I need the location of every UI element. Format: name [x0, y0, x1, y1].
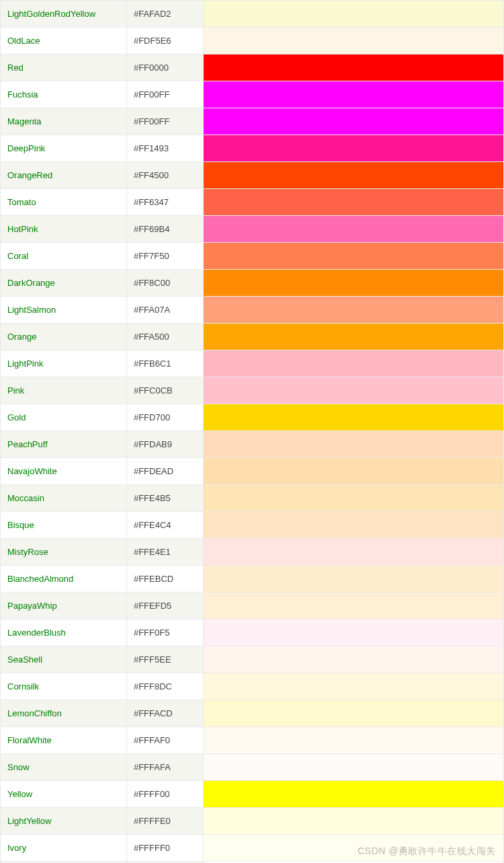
table-row: Moccasin#FFE4B5: [1, 485, 504, 512]
color-name: Red: [1, 54, 127, 81]
color-name: PapayaWhip: [1, 593, 127, 620]
color-swatch: [203, 270, 503, 297]
color-name: Ivory: [1, 835, 127, 862]
color-swatch: [203, 377, 503, 404]
color-name: LavenderBlush: [1, 620, 127, 646]
table-row: Cornsilk#FFF8DC: [1, 673, 504, 700]
color-name: MistyRose: [1, 539, 127, 566]
table-row: DarkOrange#FF8C00: [1, 270, 504, 297]
color-hex: #FFA07A: [126, 297, 203, 324]
color-hex: #FFFAFA: [126, 754, 203, 781]
color-name: NavajoWhite: [1, 458, 127, 485]
table-row: LightYellow#FFFFE0: [1, 808, 504, 835]
color-hex: #FFE4C4: [126, 512, 203, 539]
color-swatch: [203, 512, 503, 539]
table-row: Orange#FFA500: [1, 324, 504, 350]
color-swatch: [203, 700, 503, 727]
color-swatch: [203, 808, 503, 835]
table-row: HotPink#FF69B4: [1, 216, 504, 243]
table-row: Ivory#FFFFF0: [1, 835, 504, 862]
color-name: LightPink: [1, 350, 127, 377]
color-hex: #FF7F50: [126, 243, 203, 270]
table-row: SeaShell#FFF5EE: [1, 646, 504, 673]
color-swatch: [203, 81, 503, 108]
color-name: DarkOrange: [1, 270, 127, 297]
color-swatch: [203, 28, 503, 54]
table-row: Pink#FFC0CB: [1, 377, 504, 404]
color-swatch: [203, 54, 503, 81]
color-name: Snow: [1, 754, 127, 781]
color-name: Yellow: [1, 781, 127, 808]
color-hex: #FFDAB9: [126, 431, 203, 458]
table-row: LemonChiffon#FFFACD: [1, 700, 504, 727]
color-hex: #FFFFF0: [126, 835, 203, 862]
color-swatch: [203, 108, 503, 135]
table-row: Fuchsia#FF00FF: [1, 81, 504, 108]
color-swatch: [203, 727, 503, 754]
table-row: PeachPuff#FFDAB9: [1, 431, 504, 458]
color-swatch: [203, 1, 503, 28]
color-hex: #FFE4E1: [126, 539, 203, 566]
table-row: Gold#FFD700: [1, 404, 504, 431]
color-name: Magenta: [1, 108, 127, 135]
table-row: Red#FF0000: [1, 54, 504, 81]
color-name: OrangeRed: [1, 162, 127, 189]
color-hex: #FFDEAD: [126, 458, 203, 485]
color-swatch: [203, 754, 503, 781]
color-name: PeachPuff: [1, 431, 127, 458]
color-hex: #FF4500: [126, 162, 203, 189]
table-row: NavajoWhite#FFDEAD: [1, 458, 504, 485]
color-hex: #FAFAD2: [126, 1, 203, 28]
table-row: LightPink#FFB6C1: [1, 350, 504, 377]
color-name: SeaShell: [1, 646, 127, 673]
color-swatch: [203, 243, 503, 270]
table-row: MistyRose#FFE4E1: [1, 539, 504, 566]
color-hex: #FF0000: [126, 54, 203, 81]
color-swatch: [203, 593, 503, 620]
color-name: HotPink: [1, 216, 127, 243]
color-swatch: [203, 324, 503, 350]
table-row: Coral#FF7F50: [1, 243, 504, 270]
color-hex: #FFFF00: [126, 781, 203, 808]
color-name: Tomato: [1, 189, 127, 216]
color-table: LightGoldenRodYellow#FAFAD2OldLace#FDF5E…: [0, 0, 504, 863]
color-hex: #FF69B4: [126, 216, 203, 243]
color-hex: #FF6347: [126, 189, 203, 216]
color-name: LightYellow: [1, 808, 127, 835]
color-hex: #FFFFE0: [126, 808, 203, 835]
table-row: BlanchedAlmond#FFEBCD: [1, 566, 504, 593]
color-hex: #FF8C00: [126, 270, 203, 297]
color-hex: #FFFACD: [126, 700, 203, 727]
table-row: OldLace#FDF5E6: [1, 28, 504, 54]
color-swatch: [203, 835, 503, 862]
color-swatch: [203, 673, 503, 700]
color-hex: #FFF5EE: [126, 646, 203, 673]
table-row: DeepPink#FF1493: [1, 135, 504, 162]
table-row: PapayaWhip#FFEFD5: [1, 593, 504, 620]
color-swatch: [203, 431, 503, 458]
table-row: Tomato#FF6347: [1, 189, 504, 216]
color-swatch: [203, 458, 503, 485]
color-swatch: [203, 620, 503, 646]
color-swatch: [203, 539, 503, 566]
color-hex: #FFFAF0: [126, 727, 203, 754]
table-row: FloralWhite#FFFAF0: [1, 727, 504, 754]
color-swatch: [203, 404, 503, 431]
color-swatch: [203, 350, 503, 377]
color-name: Gold: [1, 404, 127, 431]
color-name: Fuchsia: [1, 81, 127, 108]
color-hex: #FFD700: [126, 404, 203, 431]
color-name: FloralWhite: [1, 727, 127, 754]
color-name: LightSalmon: [1, 297, 127, 324]
color-hex: #FFA500: [126, 324, 203, 350]
color-swatch: [203, 216, 503, 243]
table-row: Yellow#FFFF00: [1, 781, 504, 808]
color-name: Orange: [1, 324, 127, 350]
color-swatch: [203, 646, 503, 673]
color-hex: #FF1493: [126, 135, 203, 162]
color-swatch: [203, 297, 503, 324]
color-name: DeepPink: [1, 135, 127, 162]
color-name: Pink: [1, 377, 127, 404]
color-hex: #FF00FF: [126, 108, 203, 135]
color-name: LemonChiffon: [1, 700, 127, 727]
